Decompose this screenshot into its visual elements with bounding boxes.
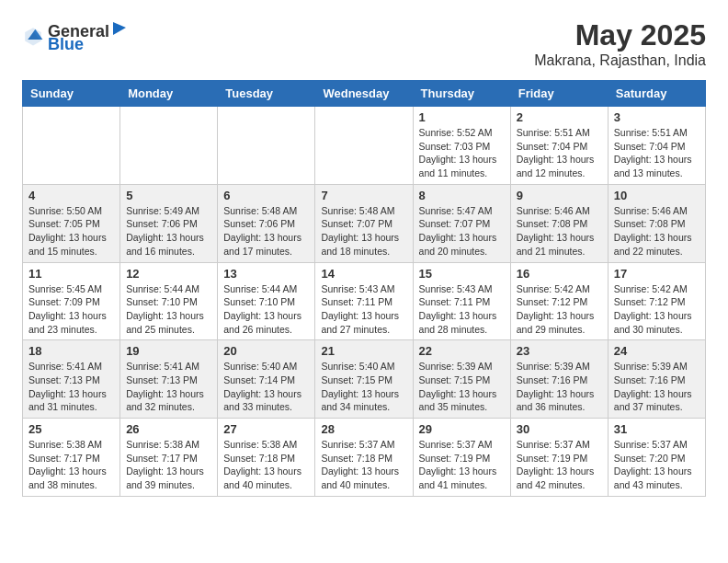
table-row: 22Sunrise: 5:39 AMSunset: 7:15 PMDayligh…	[413, 340, 510, 419]
day-info: Sunrise: 5:38 AMSunset: 7:18 PMDaylight:…	[223, 438, 309, 492]
logo-triangle-icon	[109, 18, 128, 37]
table-row: 24Sunrise: 5:39 AMSunset: 7:16 PMDayligh…	[608, 340, 705, 419]
day-info: Sunrise: 5:44 AMSunset: 7:10 PMDaylight:…	[126, 282, 211, 337]
day-number: 9	[517, 189, 602, 202]
day-info: Sunrise: 5:37 AMSunset: 7:20 PMDaylight:…	[614, 438, 700, 492]
calendar-body: 1Sunrise: 5:52 AMSunset: 7:03 PMDaylight…	[23, 107, 706, 497]
header: General Blue May 2025 Makrana, Rajasthan…	[22, 18, 706, 69]
day-number: 22	[419, 344, 505, 358]
th-wednesday: Wednesday	[315, 81, 413, 107]
table-row: 4Sunrise: 5:50 AMSunset: 7:05 PMDaylight…	[23, 184, 120, 262]
table-row: 13Sunrise: 5:44 AMSunset: 7:10 PMDayligh…	[218, 262, 315, 340]
day-number: 27	[223, 422, 309, 436]
day-number: 31	[614, 422, 700, 436]
day-info: Sunrise: 5:51 AMSunset: 7:04 PMDaylight:…	[614, 126, 700, 180]
location-subtitle: Makrana, Rajasthan, India	[534, 52, 706, 69]
table-row: 18Sunrise: 5:41 AMSunset: 7:13 PMDayligh…	[23, 340, 120, 419]
day-number: 1	[419, 110, 505, 124]
logo-text-block: General Blue	[48, 18, 128, 52]
day-info: Sunrise: 5:39 AMSunset: 7:16 PMDaylight:…	[614, 360, 700, 414]
table-row: 1Sunrise: 5:52 AMSunset: 7:03 PMDaylight…	[413, 107, 510, 185]
table-row: 8Sunrise: 5:47 AMSunset: 7:07 PMDaylight…	[413, 184, 510, 262]
table-row: 29Sunrise: 5:37 AMSunset: 7:19 PMDayligh…	[413, 419, 510, 497]
day-number: 6	[223, 189, 309, 202]
table-row: 2Sunrise: 5:51 AMSunset: 7:04 PMDaylight…	[510, 107, 608, 185]
table-row: 10Sunrise: 5:46 AMSunset: 7:08 PMDayligh…	[608, 184, 705, 262]
day-number: 19	[126, 344, 211, 358]
page: General Blue May 2025 Makrana, Rajasthan…	[0, 0, 728, 515]
title-block: May 2025 Makrana, Rajasthan, India	[534, 18, 706, 69]
table-row: 27Sunrise: 5:38 AMSunset: 7:18 PMDayligh…	[218, 419, 315, 497]
day-info: Sunrise: 5:38 AMSunset: 7:17 PMDaylight:…	[126, 438, 211, 492]
th-monday: Monday	[120, 81, 218, 107]
logo: General Blue	[22, 18, 128, 52]
table-row: 15Sunrise: 5:43 AMSunset: 7:11 PMDayligh…	[413, 262, 510, 340]
table-row	[315, 107, 413, 185]
day-number: 21	[321, 344, 406, 358]
table-row	[23, 107, 120, 185]
day-number: 11	[28, 267, 114, 281]
day-number: 24	[614, 344, 700, 358]
th-tuesday: Tuesday	[218, 81, 315, 107]
th-friday: Friday	[510, 81, 608, 107]
day-info: Sunrise: 5:40 AMSunset: 7:14 PMDaylight:…	[223, 360, 309, 414]
table-row: 26Sunrise: 5:38 AMSunset: 7:17 PMDayligh…	[120, 419, 218, 497]
day-number: 26	[126, 422, 211, 436]
day-number: 10	[614, 189, 700, 202]
month-title: May 2025	[534, 18, 706, 52]
day-info: Sunrise: 5:38 AMSunset: 7:17 PMDaylight:…	[28, 438, 114, 492]
day-info: Sunrise: 5:49 AMSunset: 7:06 PMDaylight:…	[126, 204, 211, 259]
day-number: 2	[517, 110, 602, 124]
day-info: Sunrise: 5:39 AMSunset: 7:15 PMDaylight:…	[419, 360, 505, 414]
day-info: Sunrise: 5:47 AMSunset: 7:07 PMDaylight:…	[419, 204, 505, 259]
day-number: 4	[28, 189, 114, 202]
th-thursday: Thursday	[413, 81, 510, 107]
table-row: 9Sunrise: 5:46 AMSunset: 7:08 PMDaylight…	[510, 184, 608, 262]
table-row: 31Sunrise: 5:37 AMSunset: 7:20 PMDayligh…	[608, 419, 705, 497]
day-number: 23	[517, 344, 602, 358]
day-info: Sunrise: 5:48 AMSunset: 7:07 PMDaylight:…	[321, 204, 406, 259]
table-row: 19Sunrise: 5:41 AMSunset: 7:13 PMDayligh…	[120, 340, 218, 419]
table-row: 6Sunrise: 5:48 AMSunset: 7:06 PMDaylight…	[218, 184, 315, 262]
table-row	[120, 107, 218, 185]
day-number: 14	[321, 267, 406, 281]
day-info: Sunrise: 5:42 AMSunset: 7:12 PMDaylight:…	[517, 282, 602, 337]
day-number: 29	[419, 422, 505, 436]
day-info: Sunrise: 5:39 AMSunset: 7:16 PMDaylight:…	[517, 360, 602, 414]
day-number: 16	[517, 267, 602, 281]
table-row: 7Sunrise: 5:48 AMSunset: 7:07 PMDaylight…	[315, 184, 413, 262]
day-info: Sunrise: 5:37 AMSunset: 7:19 PMDaylight:…	[419, 438, 505, 492]
day-number: 18	[28, 344, 114, 358]
day-info: Sunrise: 5:43 AMSunset: 7:11 PMDaylight:…	[419, 282, 505, 337]
header-row: Sunday Monday Tuesday Wednesday Thursday…	[23, 81, 706, 107]
day-info: Sunrise: 5:40 AMSunset: 7:15 PMDaylight:…	[321, 360, 406, 414]
table-row: 3Sunrise: 5:51 AMSunset: 7:04 PMDaylight…	[608, 107, 705, 185]
svg-marker-3	[113, 22, 126, 35]
calendar-week-5: 25Sunrise: 5:38 AMSunset: 7:17 PMDayligh…	[23, 419, 706, 497]
calendar-week-4: 18Sunrise: 5:41 AMSunset: 7:13 PMDayligh…	[23, 340, 706, 419]
table-row: 16Sunrise: 5:42 AMSunset: 7:12 PMDayligh…	[510, 262, 608, 340]
day-number: 30	[517, 422, 602, 436]
day-info: Sunrise: 5:44 AMSunset: 7:10 PMDaylight:…	[223, 282, 309, 337]
day-number: 17	[614, 267, 700, 281]
calendar-week-3: 11Sunrise: 5:45 AMSunset: 7:09 PMDayligh…	[23, 262, 706, 340]
table-row: 11Sunrise: 5:45 AMSunset: 7:09 PMDayligh…	[23, 262, 120, 340]
table-row: 23Sunrise: 5:39 AMSunset: 7:16 PMDayligh…	[510, 340, 608, 419]
day-info: Sunrise: 5:46 AMSunset: 7:08 PMDaylight:…	[517, 204, 602, 259]
th-sunday: Sunday	[23, 81, 120, 107]
table-row	[218, 107, 315, 185]
table-row: 25Sunrise: 5:38 AMSunset: 7:17 PMDayligh…	[23, 419, 120, 497]
calendar-week-2: 4Sunrise: 5:50 AMSunset: 7:05 PMDaylight…	[23, 184, 706, 262]
day-info: Sunrise: 5:45 AMSunset: 7:09 PMDaylight:…	[28, 282, 114, 337]
table-row: 28Sunrise: 5:37 AMSunset: 7:18 PMDayligh…	[315, 419, 413, 497]
calendar-table: Sunday Monday Tuesday Wednesday Thursday…	[22, 80, 706, 497]
table-row: 21Sunrise: 5:40 AMSunset: 7:15 PMDayligh…	[315, 340, 413, 419]
day-number: 3	[614, 110, 700, 124]
day-number: 15	[419, 267, 505, 281]
day-info: Sunrise: 5:52 AMSunset: 7:03 PMDaylight:…	[419, 126, 505, 180]
day-number: 8	[419, 189, 505, 202]
table-row: 14Sunrise: 5:43 AMSunset: 7:11 PMDayligh…	[315, 262, 413, 340]
calendar-week-1: 1Sunrise: 5:52 AMSunset: 7:03 PMDaylight…	[23, 107, 706, 185]
day-number: 12	[126, 267, 211, 281]
day-number: 28	[321, 422, 406, 436]
